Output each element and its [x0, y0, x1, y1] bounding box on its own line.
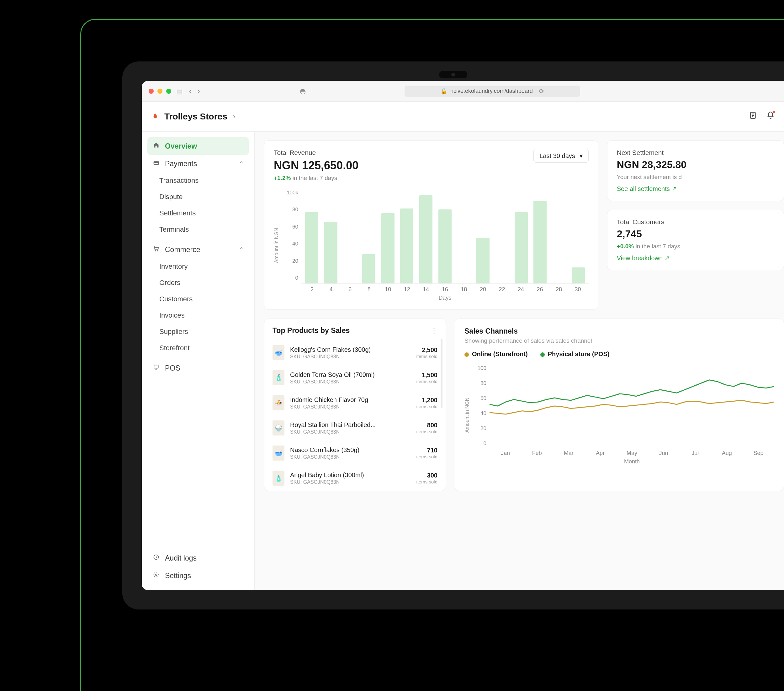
sidebar-item-storefront[interactable]: Storefront [159, 340, 254, 356]
shield-icon[interactable]: ◓ [298, 87, 307, 95]
period-selector[interactable]: Last 30 days ▾ [534, 149, 588, 163]
card-total-revenue: Total Revenue NGN 125,650.00 +1.2% in th… [264, 140, 598, 310]
series-line [489, 380, 774, 406]
bar [515, 212, 528, 283]
card-title: Top Products by Sales [272, 326, 350, 335]
sidebar-item-settings[interactable]: Settings [147, 567, 249, 584]
list-item[interactable]: 🍜Indomie Chicken Flavor 70gSKU: GASOJN0Q… [264, 390, 446, 415]
settlement-amount: NGN 28,325.80 [617, 159, 774, 171]
card-title: Total Customers [617, 218, 774, 226]
bar [324, 222, 338, 283]
kebab-menu-icon[interactable]: ⋮ [431, 327, 438, 335]
bar [438, 209, 451, 283]
sidebar-item-overview[interactable]: Overview [147, 137, 249, 155]
window-close-dot[interactable] [149, 89, 154, 94]
svg-point-3 [157, 250, 158, 251]
product-thumb: 🥣 [272, 345, 285, 360]
svg-point-6 [156, 574, 157, 576]
caret-down-icon: ▾ [580, 152, 583, 160]
chevron-right-icon: › [233, 113, 235, 121]
legend-dot-icon [464, 352, 469, 357]
sidebar-item-commerce[interactable]: Commerce ⌃ [147, 241, 249, 258]
card-title: Next Settlement [617, 149, 774, 156]
top-products-list: 🥣Kellogg's Corn Flakes (300g)SKU: GASOJN… [264, 340, 446, 491]
window-minimize-dot[interactable] [157, 89, 163, 94]
tablet-camera [439, 71, 467, 78]
bars-container [301, 190, 589, 284]
arrow-up-right-icon: ↗ [664, 254, 670, 262]
wallet-icon [152, 160, 160, 168]
gear-icon [152, 571, 160, 580]
legend-dot-icon [540, 352, 545, 357]
sidebar-item-transactions[interactable]: Transactions [159, 173, 254, 189]
forward-icon[interactable]: › [196, 87, 201, 95]
list-item[interactable]: 🥣Nasco Cornflakes (350g)SKU: GASOJN0Q83N… [264, 441, 446, 466]
sidebar-item-audit[interactable]: Audit logs [147, 549, 249, 567]
sidebar-item-pos[interactable]: POS [147, 359, 249, 377]
sidebar-item-label: POS [165, 364, 180, 372]
sidebar: Overview Payments ⌃ Transactions Dispute… [142, 132, 255, 590]
bell-icon[interactable] [766, 111, 774, 122]
back-icon[interactable]: ‹ [188, 87, 193, 95]
card-subtitle: Showing performance of sales via sales c… [464, 337, 774, 344]
lock-icon: 🔒 [440, 88, 447, 95]
product-thumb: 🧴 [272, 471, 285, 485]
sidebar-item-orders[interactable]: Orders [159, 275, 254, 291]
sidebar-item-suppliers[interactable]: Suppliers [159, 324, 254, 340]
payments-submenu: Transactions Dispute Settlements Termina… [142, 173, 254, 238]
sidebar-item-terminals[interactable]: Terminals [159, 221, 254, 238]
card-total-customers: Total Customers 2,745 +0.0% in the last … [607, 210, 784, 270]
sidebar-item-inventory[interactable]: Inventory [159, 258, 254, 275]
sidebar-item-customers[interactable]: Customers [159, 291, 254, 307]
chevron-up-icon: ⌃ [239, 246, 244, 253]
product-name: Indomie Chicken Flavor 70g [290, 396, 410, 403]
product-sku: SKU: GASOJN0Q83N [290, 479, 410, 485]
url-text: ricive.ekolaundry.com/dashboard [450, 88, 533, 94]
sidebar-item-label: Audit logs [165, 554, 197, 563]
svg-rect-4 [154, 365, 158, 368]
home-icon [152, 142, 160, 150]
product-name: Golden Terra Soya Oil (700ml) [290, 371, 410, 378]
sidebar-toggle-icon[interactable]: ▤ [175, 87, 184, 95]
settlements-link[interactable]: See all settlements ↗ [617, 185, 677, 192]
bar [476, 238, 489, 284]
sidebar-item-payments[interactable]: Payments ⌃ [147, 155, 249, 173]
channels-line-chart: Amount in NGN 100806040200 JanFebMarAprM… [464, 365, 774, 465]
tablet-body: ▤ ‹ › ◓ 🔒 ricive.ekolaundry.com/dashboar… [122, 61, 784, 609]
address-bar[interactable]: 🔒 ricive.ekolaundry.com/dashboard ⟳ [405, 86, 580, 97]
sidebar-item-settlements[interactable]: Settlements [159, 205, 254, 221]
customers-link[interactable]: View breakdown ↗ [617, 254, 670, 262]
product-sku: SKU: GASOJN0Q83N [290, 354, 410, 360]
brand-switcher[interactable]: Trolleys Stores › [150, 112, 257, 122]
list-item[interactable]: 🍚Royal Stallion Thai Parboiled...SKU: GA… [264, 415, 446, 441]
scrollbar[interactable] [441, 339, 443, 408]
product-thumb: 🍚 [272, 420, 285, 436]
arrow-up-right-icon: ↗ [672, 185, 677, 192]
sidebar-item-invoices[interactable]: Invoices [159, 307, 254, 324]
product-qty: 2,500items sold [416, 346, 438, 359]
product-name: Kellogg's Corn Flakes (300g) [290, 346, 410, 353]
revenue-bar-chart: Amount in NGN 100k806040200 246810121416… [274, 190, 589, 301]
document-icon[interactable] [749, 111, 757, 122]
svg-rect-1 [154, 161, 159, 165]
sidebar-item-dispute[interactable]: Dispute [159, 189, 254, 205]
list-item[interactable]: 🧴Angel Baby Lotion (300ml)SKU: GASOJN0Q8… [264, 466, 446, 491]
sidebar-item-label: Settings [165, 571, 191, 580]
product-thumb: 🥣 [272, 446, 285, 461]
list-item[interactable]: 🥣Kellogg's Corn Flakes (300g)SKU: GASOJN… [264, 340, 446, 365]
card-sales-channels: Sales Channels Showing performance of sa… [455, 319, 784, 491]
window-zoom-dot[interactable] [166, 89, 171, 94]
x-axis-label: Days [301, 295, 589, 301]
refresh-icon[interactable]: ⟳ [539, 87, 544, 95]
bar [419, 195, 432, 283]
bar [572, 267, 585, 283]
legend-online: Online (Storefront) [464, 350, 528, 358]
list-item[interactable]: 🧴Golden Terra Soya Oil (700ml)SKU: GASOJ… [264, 365, 446, 390]
product-thumb: 🧴 [272, 370, 285, 385]
line-plot [489, 365, 774, 447]
y-axis-ticks: 100806040200 [473, 365, 486, 447]
product-sku: SKU: GASOJN0Q83N [290, 429, 410, 435]
product-thumb: 🍜 [272, 395, 285, 410]
sidebar-item-label: Payments [165, 160, 197, 168]
browser-toolbar: ▤ ‹ › ◓ 🔒 ricive.ekolaundry.com/dashboar… [142, 81, 784, 102]
